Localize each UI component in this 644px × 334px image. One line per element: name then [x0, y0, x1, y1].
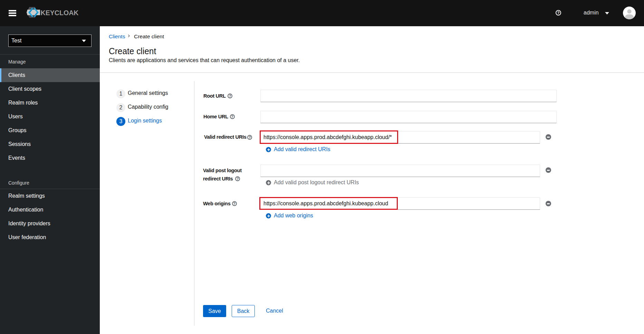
svg-text:KEYCLOAK: KEYCLOAK	[41, 9, 79, 17]
